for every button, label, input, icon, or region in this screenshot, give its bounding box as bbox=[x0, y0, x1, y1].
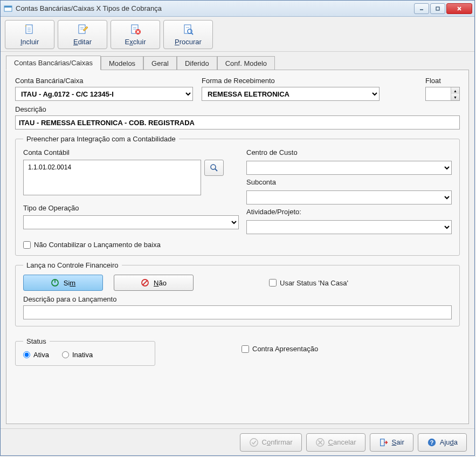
sair-button[interactable]: Sair bbox=[370, 433, 413, 452]
status-inativa-radio[interactable] bbox=[62, 351, 69, 358]
confirmar-label: nfirmar bbox=[271, 438, 292, 446]
app-icon bbox=[4, 4, 12, 13]
svg-rect-33 bbox=[380, 439, 384, 446]
cancel-circle-icon bbox=[315, 438, 325, 447]
conta-bancaria-select[interactable]: ITAU - Ag.0172 - C/C 12345-I bbox=[15, 87, 193, 101]
nao-button[interactable]: Não bbox=[114, 275, 194, 291]
tab-strip: Contas Bancárias/Caixas Modelos Geral Di… bbox=[1, 52, 474, 70]
cancelar-button[interactable]: Cancelar bbox=[306, 433, 365, 452]
close-button[interactable] bbox=[446, 3, 472, 14]
sair-label-u: S bbox=[392, 438, 397, 446]
confirmar-label-pre: C bbox=[262, 438, 267, 446]
tab-modelos[interactable]: Modelos bbox=[101, 56, 143, 70]
toolbar: Incluir Editar Excluir Procurar bbox=[1, 17, 474, 52]
status-group: Status Ativa Inativa bbox=[15, 337, 155, 366]
check-circle-icon bbox=[249, 438, 259, 447]
svg-point-23 bbox=[211, 165, 216, 169]
integracao-legend: Preencher para Integração com a Contabil… bbox=[23, 135, 179, 143]
float-label: Float bbox=[425, 77, 460, 85]
power-on-icon bbox=[51, 278, 59, 287]
help-icon: ? bbox=[427, 438, 437, 447]
svg-point-29 bbox=[250, 438, 257, 446]
centro-custo-label: Centro de Custo bbox=[246, 148, 452, 156]
status-ativa-radio[interactable] bbox=[23, 351, 30, 358]
ajuda-label-u: d bbox=[450, 438, 454, 446]
edit-document-icon bbox=[76, 23, 89, 36]
svg-rect-3 bbox=[436, 7, 439, 10]
maximize-button[interactable] bbox=[430, 3, 445, 14]
tipo-operacao-select[interactable] bbox=[23, 215, 239, 229]
status-legend: Status bbox=[23, 337, 50, 345]
cancelar-label: ancelar bbox=[333, 438, 356, 446]
forma-recebimento-select[interactable]: REMESSA ELETRONICA bbox=[202, 87, 380, 101]
svg-text:?: ? bbox=[430, 439, 433, 445]
delete-document-icon bbox=[129, 23, 142, 36]
sim-label-pre: Si bbox=[64, 279, 70, 287]
nao-contabilizar-checkbox[interactable] bbox=[23, 241, 31, 249]
search-document-icon bbox=[182, 23, 195, 36]
integracao-contabilidade-group: Preencher para Integração com a Contabil… bbox=[15, 135, 460, 256]
contra-apresentacao-label: Contra Apresentação bbox=[252, 345, 318, 353]
conta-contabil-label: Conta Contábil bbox=[23, 148, 239, 156]
tab-contas[interactable]: Contas Bancárias/Caixas bbox=[6, 56, 101, 70]
minimize-button[interactable] bbox=[414, 3, 429, 14]
centro-custo-select[interactable] bbox=[246, 161, 452, 175]
prohibit-icon bbox=[141, 278, 149, 287]
procurar-label-u: P bbox=[175, 38, 180, 46]
ajuda-label-pre: Aju bbox=[440, 438, 450, 446]
float-spinner[interactable]: ▲ ▼ bbox=[425, 87, 460, 101]
conta-bancaria-label: Conta Bancária/Caixa bbox=[15, 77, 193, 85]
incluir-button[interactable]: Incluir bbox=[5, 20, 54, 49]
lanca-legend: Lança no Controle Financeiro bbox=[23, 261, 122, 269]
descricao-lanc-input[interactable] bbox=[23, 305, 452, 319]
contra-apresentacao-checkbox[interactable] bbox=[242, 345, 249, 353]
status-ativa-label: Ativa bbox=[33, 351, 49, 359]
float-input[interactable] bbox=[426, 87, 451, 100]
bottom-bar: Confirmar Cancelar Sair ? Ajuda bbox=[1, 428, 474, 455]
new-document-icon bbox=[23, 23, 36, 36]
excluir-label-pre: E bbox=[125, 38, 129, 46]
svg-line-24 bbox=[215, 169, 217, 171]
cancelar-label-u: C bbox=[328, 438, 333, 446]
atividade-select[interactable] bbox=[246, 220, 452, 234]
tab-diferido[interactable]: Diferido bbox=[177, 56, 217, 70]
incluir-label: ncluir bbox=[22, 38, 39, 46]
float-up-button[interactable]: ▲ bbox=[451, 87, 459, 94]
conta-contabil-box[interactable]: 1.1.01.02.0014 bbox=[23, 160, 201, 195]
lanca-controle-group: Lança no Controle Financeiro Sim Não Usa… bbox=[15, 261, 460, 326]
svg-line-28 bbox=[143, 281, 147, 285]
procurar-label: rocurar bbox=[180, 38, 202, 46]
titlebar: Contas Bancárias/Caixas X Tipos de Cobra… bbox=[1, 1, 474, 17]
nao-contabilizar-label: Não Contabilizar o Lançamento de baixa bbox=[34, 241, 161, 249]
nao-label: ão bbox=[158, 279, 166, 287]
forma-recebimento-label: Forma de Recebimento bbox=[202, 77, 380, 85]
svg-line-22 bbox=[191, 33, 193, 35]
procurar-button[interactable]: Procurar bbox=[163, 20, 213, 49]
search-icon bbox=[209, 163, 219, 173]
confirmar-button[interactable]: Confirmar bbox=[240, 433, 302, 452]
subconta-select[interactable] bbox=[246, 190, 452, 204]
atividade-label: Atividade/Projeto: bbox=[246, 208, 452, 216]
window-title: Contas Bancárias/Caixas X Tipos de Cobra… bbox=[16, 4, 413, 12]
excluir-button[interactable]: Excluir bbox=[111, 20, 160, 49]
editar-button[interactable]: Editar bbox=[58, 20, 107, 49]
tab-geral[interactable]: Geral bbox=[143, 56, 177, 70]
descricao-input[interactable] bbox=[15, 115, 460, 129]
tipo-operacao-label: Tipo de Operação bbox=[23, 204, 239, 212]
conta-contabil-search-button[interactable] bbox=[204, 160, 224, 176]
descricao-lanc-label: Descrição para o Lançamento bbox=[23, 295, 452, 303]
editar-label: ditar bbox=[78, 38, 92, 46]
status-inativa-label: Inativa bbox=[72, 351, 93, 359]
tab-conf-modelo[interactable]: Conf. Modelo bbox=[217, 56, 275, 70]
ajuda-button[interactable]: ? Ajuda bbox=[418, 433, 467, 452]
sim-label-u: m bbox=[70, 279, 75, 287]
tab-body: Conta Bancária/Caixa ITAU - Ag.0172 - C/… bbox=[6, 70, 469, 424]
usar-status-checkbox[interactable] bbox=[269, 279, 277, 287]
editar-label-u: E bbox=[73, 38, 78, 46]
subconta-label: Subconta bbox=[246, 178, 452, 186]
exit-icon bbox=[379, 438, 389, 447]
sim-button[interactable]: Sim bbox=[23, 275, 103, 291]
svg-rect-1 bbox=[4, 6, 12, 8]
descricao-label: Descrição bbox=[15, 105, 460, 113]
float-down-button[interactable]: ▼ bbox=[451, 94, 459, 100]
